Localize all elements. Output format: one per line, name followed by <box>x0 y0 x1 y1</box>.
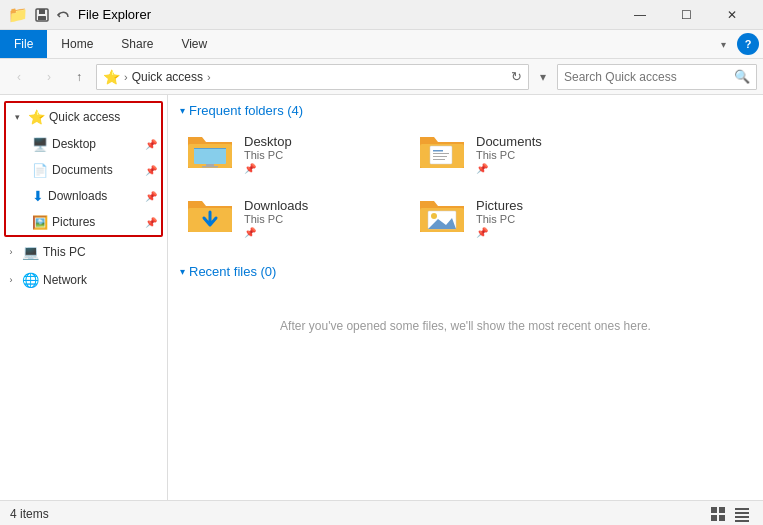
network-label: Network <box>43 273 163 287</box>
this-pc-label: This PC <box>43 245 163 259</box>
folder-pictures-icon <box>420 198 464 234</box>
svg-rect-23 <box>711 507 717 513</box>
view-toggle-buttons[interactable] <box>707 503 753 525</box>
folder-documents-name: Documents <box>476 134 542 149</box>
pictures-icon: 🖼️ <box>32 215 48 230</box>
folder-documents-info: Documents This PC 📌 <box>476 134 542 174</box>
search-input[interactable] <box>564 70 730 84</box>
downloads-pin-icon: 📌 <box>145 191 157 202</box>
svg-rect-5 <box>194 148 226 164</box>
title-bar-left: 📁 File Explorer <box>8 5 151 24</box>
folder-downloads-icon-wrap <box>188 198 236 238</box>
minimize-button[interactable]: — <box>617 0 663 30</box>
svg-rect-2 <box>38 16 46 20</box>
svg-rect-15 <box>433 159 445 160</box>
sidebar-item-documents[interactable]: 📄 Documents 📌 <box>6 157 161 183</box>
maximize-button[interactable]: ☐ <box>663 0 709 30</box>
folders-grid: Desktop This PC 📌 <box>180 128 751 244</box>
address-dropdown-button[interactable]: ▾ <box>533 64 553 90</box>
desktop-icon: 🖥️ <box>32 137 48 152</box>
search-bar[interactable]: 🔍 <box>557 64 757 90</box>
large-icons-view-button[interactable] <box>707 503 729 525</box>
folder-desktop[interactable]: Desktop This PC 📌 <box>180 128 400 180</box>
status-bar: 4 items <box>0 500 763 525</box>
quick-save-icon <box>34 7 50 23</box>
folder-documents[interactable]: Documents This PC 📌 <box>412 128 632 180</box>
folder-desktop-name: Desktop <box>244 134 292 149</box>
recent-files-title: Recent files (0) <box>189 264 276 279</box>
this-pc-expand-icon: › <box>4 247 18 257</box>
address-sep-1: › <box>124 71 128 83</box>
documents-icon: 📄 <box>32 163 48 178</box>
recent-files-header[interactable]: ▾ Recent files (0) <box>180 264 751 279</box>
svg-point-21 <box>431 213 437 219</box>
folder-pictures[interactable]: Pictures This PC 📌 <box>412 192 632 244</box>
details-icon <box>734 506 750 522</box>
window-controls[interactable]: — ☐ ✕ <box>617 0 755 30</box>
tab-view[interactable]: View <box>167 30 221 58</box>
network-expand-icon: › <box>4 275 18 285</box>
tab-home[interactable]: Home <box>47 30 107 58</box>
svg-rect-6 <box>194 148 226 149</box>
folder-downloads-name: Downloads <box>244 198 308 213</box>
sidebar-item-this-pc[interactable]: › 💻 This PC <box>0 239 167 265</box>
title-bar: 📁 File Explorer — ☐ ✕ <box>0 0 763 30</box>
svg-rect-1 <box>39 9 45 14</box>
back-button[interactable]: ‹ <box>6 64 32 90</box>
quick-access-group: ▾ ⭐ Quick access 🖥️ Desktop 📌 📄 Document… <box>4 101 163 237</box>
folder-pictures-sub: This PC <box>476 213 523 225</box>
file-menu-button[interactable]: File <box>0 30 47 58</box>
title-bar-title: File Explorer <box>78 7 151 22</box>
sidebar-item-pictures[interactable]: 🖼️ Pictures 📌 <box>6 209 161 235</box>
svg-rect-30 <box>735 520 749 522</box>
folder-downloads[interactable]: Downloads This PC 📌 <box>180 192 400 244</box>
folder-desktop-pin: 📌 <box>244 163 292 174</box>
sidebar-item-network[interactable]: › 🌐 Network <box>0 267 167 293</box>
help-button[interactable]: ? <box>737 33 759 55</box>
svg-rect-24 <box>719 507 725 513</box>
folder-pictures-pin: 📌 <box>476 227 523 238</box>
sidebar: ▾ ⭐ Quick access 🖥️ Desktop 📌 📄 Document… <box>0 95 168 500</box>
frequent-folders-header[interactable]: ▾ Frequent folders (4) <box>180 103 751 118</box>
ribbon-collapse-button[interactable]: ▾ <box>713 34 733 54</box>
sidebar-item-quick-access[interactable]: ▾ ⭐ Quick access <box>6 103 161 131</box>
app-icon: 📁 <box>8 5 28 24</box>
folder-downloads-pin: 📌 <box>244 227 308 238</box>
sidebar-downloads-label: Downloads <box>48 189 141 203</box>
folder-documents-icon-wrap <box>420 134 468 174</box>
folder-desktop-sub: This PC <box>244 149 292 161</box>
recent-chevron-icon: ▾ <box>180 266 185 277</box>
refresh-button[interactable]: ↻ <box>511 69 522 84</box>
quick-access-label: Quick access <box>49 110 157 124</box>
pictures-pin-icon: 📌 <box>145 217 157 228</box>
folder-desktop-info: Desktop This PC 📌 <box>244 134 292 174</box>
sidebar-item-desktop[interactable]: 🖥️ Desktop 📌 <box>6 131 161 157</box>
details-view-button[interactable] <box>731 503 753 525</box>
search-submit-button[interactable]: 🔍 <box>734 69 750 84</box>
computer-icon: 💻 <box>22 244 39 260</box>
main-layout: ▾ ⭐ Quick access 🖥️ Desktop 📌 📄 Document… <box>0 95 763 500</box>
navigation-bar: ‹ › ↑ ⭐ › Quick access › ↻ ▾ 🔍 <box>0 59 763 95</box>
svg-rect-8 <box>202 166 218 168</box>
folder-downloads-info: Downloads This PC 📌 <box>244 198 308 238</box>
folder-documents-icon <box>420 134 464 170</box>
ribbon-expand: ▾ ? <box>713 33 763 55</box>
status-items-count: 4 items <box>10 507 49 521</box>
address-bar[interactable]: ⭐ › Quick access › ↻ <box>96 64 529 90</box>
recent-empty-message: After you've opened some files, we'll sh… <box>180 299 751 353</box>
folder-downloads-icon <box>188 198 232 234</box>
folder-desktop-icon-wrap <box>188 134 236 174</box>
up-button[interactable]: ↑ <box>66 64 92 90</box>
svg-rect-12 <box>433 150 443 152</box>
forward-button[interactable]: › <box>36 64 62 90</box>
sidebar-item-downloads[interactable]: ⬇ Downloads 📌 <box>6 183 161 209</box>
tab-share[interactable]: Share <box>107 30 167 58</box>
folder-pictures-info: Pictures This PC 📌 <box>476 198 523 238</box>
recent-files-section: ▾ Recent files (0) After you've opened s… <box>180 264 751 353</box>
svg-rect-25 <box>711 515 717 521</box>
svg-rect-26 <box>719 515 725 521</box>
close-button[interactable]: ✕ <box>709 0 755 30</box>
ribbon-tabs: File Home Share View ▾ ? <box>0 30 763 58</box>
address-star-icon: ⭐ <box>103 69 120 85</box>
sidebar-pictures-label: Pictures <box>52 215 141 229</box>
